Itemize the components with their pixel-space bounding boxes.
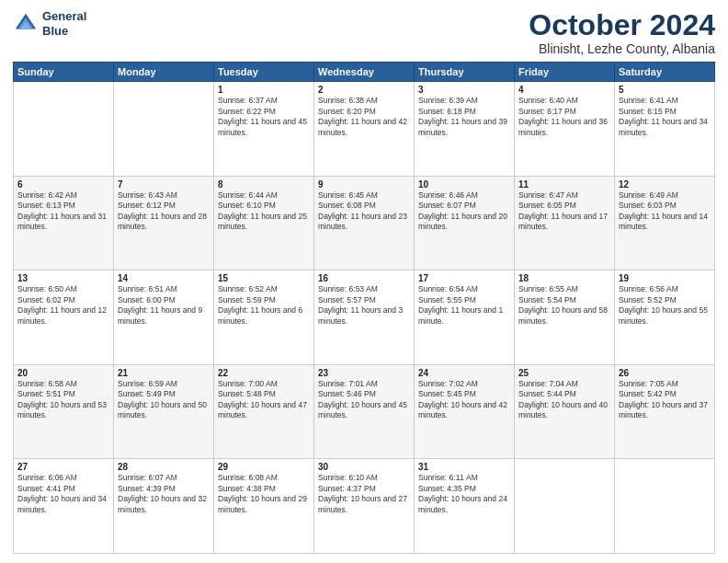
day-info: Sunrise: 6:49 AM Sunset: 6:03 PM Dayligh… (619, 190, 711, 233)
day-info: Sunrise: 6:47 AM Sunset: 6:05 PM Dayligh… (518, 190, 610, 233)
day-number: 30 (318, 462, 410, 472)
calendar-cell: 20Sunrise: 6:58 AM Sunset: 5:51 PM Dayli… (14, 364, 114, 459)
calendar-cell (14, 82, 114, 177)
day-info: Sunrise: 6:56 AM Sunset: 5:52 PM Dayligh… (619, 284, 711, 327)
day-info: Sunrise: 6:07 AM Sunset: 4:39 PM Dayligh… (118, 473, 210, 515)
day-info: Sunrise: 6:58 AM Sunset: 5:51 PM Dayligh… (17, 379, 109, 421)
day-number: 21 (118, 368, 210, 378)
subtitle: Blinisht, Lezhe County, Albania (529, 41, 715, 56)
day-number: 31 (418, 462, 510, 472)
day-number: 23 (318, 368, 410, 378)
day-number: 19 (619, 273, 711, 283)
calendar-cell: 21Sunrise: 6:59 AM Sunset: 5:49 PM Dayli… (114, 364, 214, 459)
calendar-cell: 1Sunrise: 6:37 AM Sunset: 6:22 PM Daylig… (214, 82, 314, 177)
day-info: Sunrise: 6:37 AM Sunset: 6:22 PM Dayligh… (218, 96, 310, 138)
header: General Blue October 2024 Blinisht, Lezh… (13, 9, 715, 56)
col-wednesday: Wednesday (314, 63, 415, 82)
day-info: Sunrise: 6:55 AM Sunset: 5:54 PM Dayligh… (518, 284, 610, 327)
day-number: 28 (118, 462, 210, 472)
day-number: 7 (118, 179, 210, 190)
day-number: 5 (619, 85, 711, 95)
month-title: October 2024 (529, 9, 715, 41)
calendar-cell: 14Sunrise: 6:51 AM Sunset: 6:00 PM Dayli… (114, 270, 214, 365)
day-number: 18 (518, 273, 610, 283)
calendar-cell: 27Sunrise: 6:06 AM Sunset: 4:41 PM Dayli… (14, 459, 114, 554)
day-number: 16 (318, 273, 410, 283)
calendar-cell: 9Sunrise: 6:45 AM Sunset: 6:08 PM Daylig… (314, 176, 415, 270)
day-number: 15 (218, 273, 310, 283)
day-info: Sunrise: 6:43 AM Sunset: 6:12 PM Dayligh… (118, 190, 210, 233)
day-number: 14 (118, 273, 210, 283)
calendar-cell: 31Sunrise: 6:11 AM Sunset: 4:35 PM Dayli… (415, 459, 515, 554)
day-info: Sunrise: 7:00 AM Sunset: 5:48 PM Dayligh… (218, 379, 310, 421)
calendar-cell: 26Sunrise: 7:05 AM Sunset: 5:42 PM Dayli… (615, 364, 715, 459)
day-number: 3 (418, 85, 510, 95)
day-info: Sunrise: 6:40 AM Sunset: 6:17 PM Dayligh… (518, 96, 610, 138)
day-info: Sunrise: 7:05 AM Sunset: 5:42 PM Dayligh… (619, 379, 711, 421)
calendar-week-4: 20Sunrise: 6:58 AM Sunset: 5:51 PM Dayli… (14, 364, 715, 459)
day-number: 20 (17, 368, 109, 378)
day-info: Sunrise: 7:02 AM Sunset: 5:45 PM Dayligh… (418, 379, 510, 421)
day-number: 2 (318, 85, 410, 95)
day-info: Sunrise: 6:42 AM Sunset: 6:13 PM Dayligh… (17, 190, 109, 233)
day-number: 12 (619, 179, 711, 190)
calendar-cell: 23Sunrise: 7:01 AM Sunset: 5:46 PM Dayli… (314, 364, 415, 459)
calendar-week-1: 1Sunrise: 6:37 AM Sunset: 6:22 PM Daylig… (14, 82, 715, 177)
calendar-cell: 22Sunrise: 7:00 AM Sunset: 5:48 PM Dayli… (214, 364, 314, 459)
day-info: Sunrise: 6:52 AM Sunset: 5:59 PM Dayligh… (218, 284, 310, 327)
col-monday: Monday (114, 63, 214, 82)
calendar-cell: 2Sunrise: 6:38 AM Sunset: 6:20 PM Daylig… (314, 82, 415, 177)
calendar-week-3: 13Sunrise: 6:50 AM Sunset: 6:02 PM Dayli… (14, 270, 715, 365)
calendar-cell: 17Sunrise: 6:54 AM Sunset: 5:55 PM Dayli… (415, 270, 515, 365)
day-info: Sunrise: 6:38 AM Sunset: 6:20 PM Dayligh… (318, 96, 410, 138)
calendar-cell: 28Sunrise: 6:07 AM Sunset: 4:39 PM Dayli… (114, 459, 214, 554)
day-number: 13 (17, 273, 109, 283)
day-info: Sunrise: 6:11 AM Sunset: 4:35 PM Dayligh… (418, 473, 510, 515)
calendar-cell: 13Sunrise: 6:50 AM Sunset: 6:02 PM Dayli… (14, 270, 114, 365)
day-info: Sunrise: 6:50 AM Sunset: 6:02 PM Dayligh… (17, 284, 109, 327)
day-info: Sunrise: 6:44 AM Sunset: 6:10 PM Dayligh… (218, 190, 310, 233)
day-number: 29 (218, 462, 310, 472)
calendar-cell: 19Sunrise: 6:56 AM Sunset: 5:52 PM Dayli… (615, 270, 715, 365)
col-tuesday: Tuesday (214, 63, 314, 82)
logo: General Blue (13, 9, 86, 38)
calendar-cell (114, 82, 214, 177)
day-number: 25 (518, 368, 610, 378)
day-number: 22 (218, 368, 310, 378)
logo-text: General Blue (42, 9, 86, 38)
calendar-cell: 11Sunrise: 6:47 AM Sunset: 6:05 PM Dayli… (515, 176, 615, 270)
calendar-cell: 3Sunrise: 6:39 AM Sunset: 6:18 PM Daylig… (415, 82, 515, 177)
col-saturday: Saturday (615, 63, 715, 82)
day-number: 27 (17, 462, 109, 472)
calendar-cell: 7Sunrise: 6:43 AM Sunset: 6:12 PM Daylig… (114, 176, 214, 270)
col-sunday: Sunday (14, 63, 114, 82)
calendar-cell: 4Sunrise: 6:40 AM Sunset: 6:17 PM Daylig… (515, 82, 615, 177)
day-number: 10 (418, 179, 510, 190)
day-number: 11 (518, 179, 610, 190)
day-info: Sunrise: 6:45 AM Sunset: 6:08 PM Dayligh… (318, 190, 410, 233)
calendar-cell: 18Sunrise: 6:55 AM Sunset: 5:54 PM Dayli… (515, 270, 615, 365)
day-info: Sunrise: 6:39 AM Sunset: 6:18 PM Dayligh… (418, 96, 510, 138)
calendar-cell: 25Sunrise: 7:04 AM Sunset: 5:44 PM Dayli… (515, 364, 615, 459)
calendar-cell: 6Sunrise: 6:42 AM Sunset: 6:13 PM Daylig… (14, 176, 114, 270)
day-number: 1 (218, 85, 310, 95)
calendar-cell: 16Sunrise: 6:53 AM Sunset: 5:57 PM Dayli… (314, 270, 415, 365)
day-number: 6 (17, 179, 109, 190)
day-info: Sunrise: 7:01 AM Sunset: 5:46 PM Dayligh… (318, 379, 410, 421)
calendar-week-5: 27Sunrise: 6:06 AM Sunset: 4:41 PM Dayli… (14, 459, 715, 554)
logo-icon (13, 11, 39, 37)
day-number: 24 (418, 368, 510, 378)
col-friday: Friday (515, 63, 615, 82)
day-info: Sunrise: 6:10 AM Sunset: 4:37 PM Dayligh… (318, 473, 410, 515)
calendar-cell: 30Sunrise: 6:10 AM Sunset: 4:37 PM Dayli… (314, 459, 415, 554)
calendar-cell: 15Sunrise: 6:52 AM Sunset: 5:59 PM Dayli… (214, 270, 314, 365)
day-info: Sunrise: 6:51 AM Sunset: 6:00 PM Dayligh… (118, 284, 210, 327)
calendar-cell (615, 459, 715, 554)
day-info: Sunrise: 7:04 AM Sunset: 5:44 PM Dayligh… (518, 379, 610, 421)
calendar-cell: 12Sunrise: 6:49 AM Sunset: 6:03 PM Dayli… (615, 176, 715, 270)
day-info: Sunrise: 6:41 AM Sunset: 6:15 PM Dayligh… (619, 96, 711, 138)
day-info: Sunrise: 6:59 AM Sunset: 5:49 PM Dayligh… (118, 379, 210, 421)
calendar-week-2: 6Sunrise: 6:42 AM Sunset: 6:13 PM Daylig… (14, 176, 715, 270)
day-number: 17 (418, 273, 510, 283)
calendar-table: Sunday Monday Tuesday Wednesday Thursday… (13, 62, 715, 554)
